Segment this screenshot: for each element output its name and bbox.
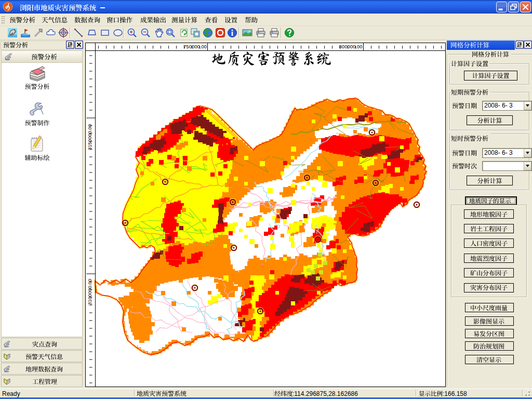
svg-text:3100000.00: 3100000.00 <box>87 279 92 305</box>
svg-text:3150000.00: 3150000.00 <box>87 124 92 150</box>
svg-text:750000.00: 750000.00 <box>183 44 207 49</box>
svg-text:800000.00: 800000.00 <box>339 44 363 49</box>
